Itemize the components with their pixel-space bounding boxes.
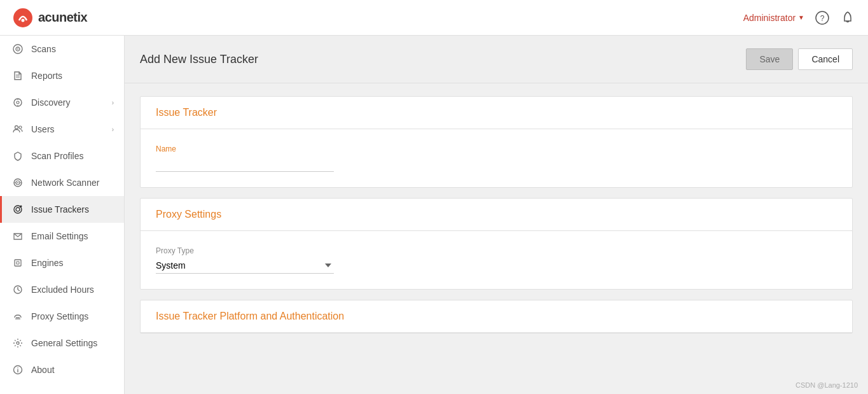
app-header: acunetix Administrator ▼ ? [0,0,868,36]
proxy-settings-icon [12,311,24,322]
svg-point-10 [17,101,19,104]
sidebar-item-excluded-hours[interactable]: Excluded Hours [0,276,124,303]
issue-tracker-section-header: Issue Tracker [141,97,852,129]
chevron-down-icon: ▼ [798,14,804,21]
platform-section: Issue Tracker Platform and Authenticatio… [140,300,853,334]
chevron-right-icon-2: › [112,126,114,133]
cancel-button[interactable]: Cancel [798,48,853,70]
sidebar-item-label-engines: Engines [31,258,114,268]
svg-text:?: ? [820,13,825,22]
svg-point-21 [16,208,20,211]
header-actions: Save Cancel [746,48,853,70]
form-content: Issue Tracker Name Proxy Settings Proxy … [125,83,868,346]
sidebar-item-email-settings[interactable]: Email Settings [0,223,124,250]
page-title: Add New Issue Tracker [140,53,258,66]
users-icon [12,123,24,135]
sidebar-item-label-about: About [31,365,114,375]
proxy-settings-section-header: Proxy Settings [141,199,852,231]
email-settings-icon [12,230,24,242]
about-icon [12,364,24,376]
proxy-settings-section: Proxy Settings Proxy Type None System Ma… [140,198,853,290]
sidebar-item-general-settings[interactable]: General Settings [0,330,124,356]
bell-icon[interactable] [840,10,855,25]
proxy-settings-section-title: Proxy Settings [156,209,221,220]
help-icon[interactable]: ? [815,10,830,25]
network-scanner-icon [12,177,24,188]
svg-point-17 [17,182,18,183]
name-label: Name [156,144,359,153]
sidebar-item-label-email-settings: Email Settings [31,231,114,241]
sidebar-item-discovery[interactable]: Discovery › [0,89,124,116]
sidebar-item-label-issue-trackers: Issue Trackers [31,204,114,215]
logo-icon [13,8,33,28]
svg-point-1 [22,18,25,22]
proxy-type-label: Proxy Type [156,246,359,255]
proxy-settings-section-body: Proxy Type None System Manual [141,231,852,289]
svg-point-0 [13,8,32,27]
main-layout: Scans Reports [0,36,868,394]
sidebar-item-label-users: Users [31,124,104,134]
svg-rect-23 [15,260,21,266]
discovery-icon [12,97,24,108]
svg-point-28 [17,342,19,344]
svg-point-6 [17,48,18,50]
issue-tracker-section-body: Name [141,129,852,187]
sidebar-item-label-proxy-settings: Proxy Settings [31,311,114,321]
reports-icon [12,70,24,81]
header-right: Administrator ▼ ? [743,10,855,25]
engines-icon [12,257,24,269]
svg-line-27 [18,290,20,291]
sidebar-item-label-general-settings: General Settings [31,338,114,348]
platform-section-header: Issue Tracker Platform and Authenticatio… [141,300,852,333]
issue-tracker-section: Issue Tracker Name [140,96,853,188]
svg-point-31 [17,367,18,369]
svg-point-13 [15,126,18,129]
sidebar-item-label-scan-profiles: Scan Profiles [31,151,114,161]
logo-text: acunetix [38,10,87,25]
sidebar-item-users[interactable]: Users › [0,116,124,143]
sidebar-item-scans[interactable]: Scans [0,36,124,62]
sidebar-item-label-reports: Reports [31,71,114,81]
general-settings-icon [12,337,24,349]
excluded-hours-icon [12,284,24,295]
sidebar-item-reports[interactable]: Reports [0,62,124,89]
save-button[interactable]: Save [746,48,793,70]
proxy-type-field: Proxy Type None System Manual [156,246,359,274]
platform-section-title: Issue Tracker Platform and Authenticatio… [156,311,344,321]
svg-rect-24 [17,262,19,264]
admin-dropdown[interactable]: Administrator ▼ [743,13,804,23]
issue-tracker-section-title: Issue Tracker [156,107,217,118]
name-field: Name [156,144,359,172]
sidebar-item-engines[interactable]: Engines [0,250,124,276]
scans-icon [12,43,24,55]
sidebar-item-proxy-settings[interactable]: Proxy Settings [0,303,124,330]
proxy-type-select[interactable]: None System Manual [156,258,334,274]
issue-trackers-icon [12,204,24,215]
chevron-right-icon: › [112,99,114,106]
content-area: Add New Issue Tracker Save Cancel Issue … [125,36,868,394]
sidebar-item-label-excluded-hours: Excluded Hours [31,285,114,295]
sidebar-item-network-scanner[interactable]: Network Scanner [0,169,124,196]
scan-profiles-icon [12,150,24,162]
svg-point-14 [19,126,22,129]
page-header: Add New Issue Tracker Save Cancel [125,36,868,83]
admin-label: Administrator [743,13,796,23]
sidebar-item-label-network-scanner: Network Scanner [31,178,114,188]
sidebar-item-label-scans: Scans [31,44,114,54]
name-input[interactable] [156,156,334,172]
watermark: CSDN @Lang-1210 [796,381,858,389]
svg-point-22 [20,206,22,208]
logo: acunetix [13,8,87,28]
sidebar-item-label-discovery: Discovery [31,97,104,108]
sidebar-item-scan-profiles[interactable]: Scan Profiles [0,143,124,169]
sidebar: Scans Reports [0,36,125,394]
sidebar-item-about[interactable]: About [0,356,124,383]
sidebar-item-issue-trackers[interactable]: Issue Trackers [0,196,124,223]
